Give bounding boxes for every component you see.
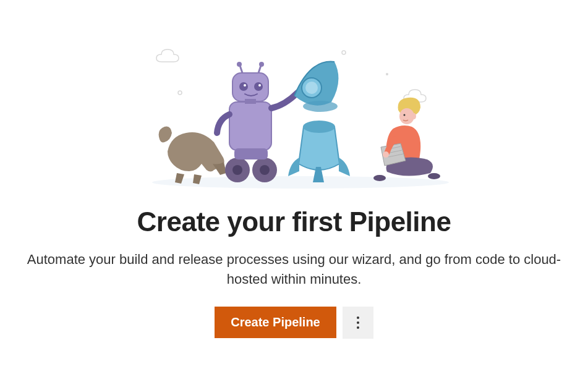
person-illustration [373,98,440,181]
rocket-base-illustration [288,121,350,182]
svg-point-1 [342,51,346,54]
svg-point-24 [303,101,338,112]
svg-rect-4 [229,102,271,150]
svg-point-33 [383,151,389,158]
svg-point-29 [428,173,440,179]
svg-point-7 [239,82,248,91]
svg-point-0 [178,91,182,95]
svg-point-26 [403,114,405,116]
svg-point-8 [254,82,263,91]
svg-rect-15 [245,99,256,104]
svg-point-10 [258,84,261,87]
pipeline-illustration [121,43,467,192]
empty-state-heading: Create your first Pipeline [137,206,451,237]
svg-rect-20 [234,148,268,159]
empty-state-description: Automate your build and release processe… [22,250,566,289]
more-vertical-icon [357,316,359,319]
svg-point-2 [386,73,388,75]
svg-point-28 [373,175,386,181]
svg-line-13 [258,66,261,73]
svg-point-21 [303,121,335,133]
svg-point-17 [232,165,242,175]
svg-point-9 [244,84,246,87]
svg-point-25 [399,108,414,124]
svg-rect-6 [232,73,268,101]
empty-state-container: Create your first Pipeline Automate your… [0,43,588,339]
svg-point-12 [237,62,242,67]
create-pipeline-button[interactable]: Create Pipeline [215,307,336,338]
svg-point-27 [412,113,416,119]
svg-point-19 [260,165,270,175]
button-row: Create Pipeline [215,307,373,339]
svg-point-23 [305,82,318,94]
svg-line-11 [240,66,242,73]
more-actions-button[interactable] [343,307,373,339]
svg-point-14 [259,62,264,67]
rocket-nose-illustration [294,62,338,112]
